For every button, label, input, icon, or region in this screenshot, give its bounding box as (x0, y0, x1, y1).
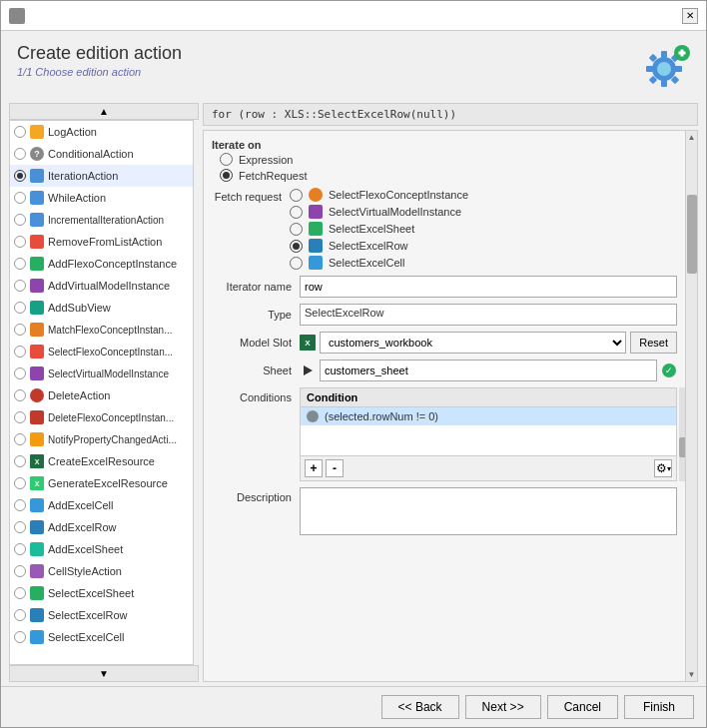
description-textarea[interactable] (300, 487, 677, 535)
sidebar-radio-delete[interactable] (14, 389, 26, 401)
sidebar-radio-select-row[interactable] (14, 609, 26, 621)
sidebar-radio-log[interactable] (14, 126, 26, 138)
sidebar-item-delete-flexo[interactable]: DeleteFlexoConceptInstan... (10, 406, 193, 428)
sidebar-radio-select-virtual[interactable] (14, 367, 26, 379)
condition-row-1[interactable]: (selected.rowNum != 0) (301, 407, 676, 425)
sidebar-item-add-sheet[interactable]: AddExcelSheet (10, 538, 193, 560)
sidebar-item-add-virtual[interactable]: AddVirtualModelInstance (10, 275, 193, 297)
sidebar-item-create-excel[interactable]: X CreateExcelResource (10, 450, 193, 472)
sidebar-scroll-up[interactable]: ▲ (9, 103, 199, 120)
sidebar-item-remove[interactable]: RemoveFromListAction (10, 231, 193, 253)
sidebar-item-incremental[interactable]: IncrementalIterationAction (10, 209, 193, 231)
sidebar-radio-add-flexo[interactable] (14, 258, 26, 270)
sidebar-radio-remove[interactable] (14, 236, 26, 248)
sidebar-label-select-flexo: SelectFlexoConceptInstan... (48, 347, 173, 358)
gen-excel-icon: X (30, 476, 44, 490)
conditions-scrollbar[interactable] (679, 387, 686, 481)
next-button[interactable]: Next >> (465, 695, 541, 719)
sidebar-scroll-down[interactable]: ▼ (9, 665, 199, 682)
panel-scroll-up[interactable]: ▲ (688, 133, 696, 142)
cancel-button[interactable]: Cancel (547, 695, 618, 719)
title-bar: ✕ (1, 1, 706, 31)
sidebar-radio-add-row[interactable] (14, 521, 26, 533)
iterator-name-input[interactable] (300, 276, 677, 298)
sidebar-item-cell-style[interactable]: CellStyleAction (10, 560, 193, 582)
main-content: ▲ LogAction ? ConditionalAction (1, 99, 706, 686)
sidebar-label-add-sub: AddSubView (48, 302, 111, 314)
sidebar-item-add-flexo[interactable]: AddFlexoConceptInstance (10, 253, 193, 275)
sidebar-item-log[interactable]: LogAction (10, 121, 193, 143)
select-cell-icon (30, 630, 44, 644)
sidebar-item-select-virtual[interactable]: SelectVirtualModelInstance (10, 363, 193, 384)
fetch-radio-cell[interactable] (290, 257, 303, 270)
iteration-action-icon (30, 169, 44, 183)
expression-radio-row[interactable]: Expression (220, 153, 677, 166)
sidebar-radio-add-cell[interactable] (14, 499, 26, 511)
iterator-name-label: Iterator name (212, 281, 292, 293)
iterate-on-label: Iterate on (212, 139, 677, 151)
fetch-row-cell[interactable]: SelectExcelCell (290, 256, 677, 270)
conditions-gear-button[interactable]: ⚙ ▾ (654, 459, 672, 477)
sidebar-radio-notify[interactable] (14, 433, 26, 445)
sidebar-radio-cell-style[interactable] (14, 565, 26, 577)
panel-scroll-down[interactable]: ▼ (688, 670, 696, 679)
expression-radio[interactable] (220, 153, 233, 166)
sidebar-radio-select-sheet[interactable] (14, 587, 26, 599)
remove-condition-button[interactable]: - (326, 459, 344, 477)
sidebar-item-while[interactable]: WhileAction (10, 187, 193, 209)
fetch-request-radio-row[interactable]: FetchRequest (220, 169, 677, 182)
sidebar-radio-add-virtual[interactable] (14, 280, 26, 292)
sidebar-radio-select-flexo[interactable] (14, 346, 26, 358)
sidebar-radio-add-sheet[interactable] (14, 543, 26, 555)
add-condition-button[interactable]: + (305, 459, 323, 477)
fetch-radio-flexo[interactable] (290, 189, 303, 202)
back-button[interactable]: << Back (381, 695, 459, 719)
panel-scrollbar[interactable]: ▲ ▼ (686, 130, 698, 682)
fetch-radio-virtual[interactable] (290, 206, 303, 219)
sidebar-radio-match[interactable] (14, 324, 26, 336)
sidebar-item-conditional[interactable]: ? ConditionalAction (10, 143, 193, 165)
sidebar-item-delete[interactable]: DeleteAction (10, 384, 193, 406)
fetch-request-radio[interactable] (220, 169, 233, 182)
sidebar-radio-gen-excel[interactable] (14, 477, 26, 489)
sidebar-item-add-row[interactable]: AddExcelRow (10, 516, 193, 538)
fetch-radio-sheet[interactable] (290, 223, 303, 236)
svg-rect-2 (661, 51, 667, 58)
finish-button[interactable]: Finish (624, 695, 694, 719)
fetch-row-virtual[interactable]: SelectVirtualModelInstance (290, 205, 677, 219)
sidebar-container: ▲ LogAction ? ConditionalAction (9, 103, 199, 682)
sidebar-item-gen-excel[interactable]: X GenerateExcelResource (10, 472, 193, 494)
fetch-radio-row[interactable] (290, 240, 303, 253)
sheet-play-icon[interactable] (300, 363, 316, 378)
sidebar-radio-create-excel[interactable] (14, 455, 26, 467)
select-virtual-icon (30, 366, 44, 380)
sidebar-radio-select-cell[interactable] (14, 631, 26, 643)
sheet-input[interactable] (320, 360, 657, 381)
sidebar-item-select-cell[interactable]: SelectExcelCell (10, 626, 193, 648)
sidebar-item-notify[interactable]: NotifyPropertyChangedActi... (10, 428, 193, 450)
model-slot-label: Model Slot (212, 337, 292, 349)
iterate-on-section: Iterate on Expression FetchRequest (212, 139, 677, 182)
sidebar-radio-add-sub[interactable] (14, 302, 26, 314)
sidebar-radio-incremental[interactable] (14, 214, 26, 226)
fetch-row-row[interactable]: SelectExcelRow (290, 239, 677, 253)
select-row-icon (30, 608, 44, 622)
condition-row-icon (307, 410, 319, 422)
reset-button[interactable]: Reset (630, 332, 677, 354)
fetch-row-sheet[interactable]: SelectExcelSheet (290, 222, 677, 236)
panel-scroll-track (687, 142, 697, 670)
sidebar-item-match[interactable]: MatchFlexoConceptInstan... (10, 319, 193, 341)
sidebar-item-select-row[interactable]: SelectExcelRow (10, 604, 193, 626)
sidebar-item-add-cell[interactable]: AddExcelCell (10, 494, 193, 516)
sidebar-radio-while[interactable] (14, 192, 26, 204)
close-button[interactable]: ✕ (682, 8, 698, 24)
fetch-row-flexo[interactable]: SelectFlexoConceptInstance (290, 188, 677, 202)
sidebar-item-iteration[interactable]: IterationAction (10, 165, 193, 187)
sidebar-radio-iteration[interactable] (14, 170, 26, 182)
sidebar-item-add-sub[interactable]: AddSubView (10, 297, 193, 319)
sidebar-item-select-sheet[interactable]: SelectExcelSheet (10, 582, 193, 604)
sidebar-radio-conditional[interactable] (14, 148, 26, 160)
sidebar-radio-delete-flexo[interactable] (14, 411, 26, 423)
model-slot-select[interactable]: customers_workbook (320, 332, 626, 354)
sidebar-item-select-flexo[interactable]: SelectFlexoConceptInstan... (10, 341, 193, 363)
